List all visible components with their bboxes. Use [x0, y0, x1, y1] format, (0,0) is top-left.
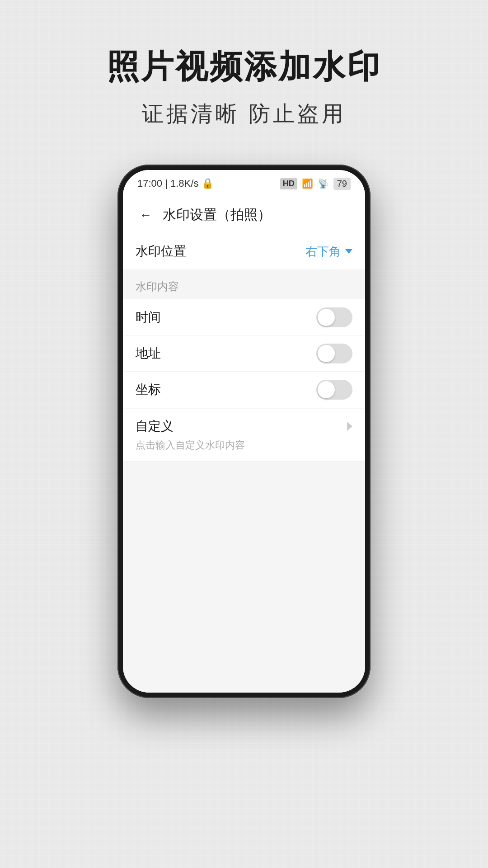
custom-row-top: 自定义 — [136, 418, 352, 435]
section-header-watermark-content: 水印内容 — [123, 270, 365, 299]
app-bar: ← 水印设置（拍照） — [123, 197, 365, 233]
network-speed: 1.8K/s — [170, 178, 198, 189]
watermark-position-value[interactable]: 右下角 — [305, 244, 352, 259]
spacer — [123, 462, 365, 643]
main-title: 照片视频添加水印 — [107, 45, 381, 89]
sub-title: 证据清晰 防止盗用 — [107, 99, 381, 128]
hd-badge: HD — [280, 178, 297, 189]
content-area: 水印位置 右下角 水印内容 时间 — [123, 233, 365, 693]
watermark-position-row[interactable]: 水印位置 右下角 — [123, 233, 365, 269]
wifi-icon: 📡 — [318, 178, 329, 189]
network-icon: 🔒 — [202, 178, 214, 189]
time-toggle-thumb — [318, 309, 335, 326]
status-bar: 17:00 | 1.8K/s 🔒 HD 📶 📡 79 — [123, 170, 365, 197]
settings-group-custom: 自定义 点击输入自定义水印内容 — [123, 409, 365, 462]
address-row: 地址 — [123, 335, 365, 372]
watermark-position-label: 水印位置 — [136, 243, 186, 260]
coordinates-row: 坐标 — [123, 372, 365, 408]
address-toggle[interactable] — [316, 344, 352, 363]
chevron-right-icon — [347, 422, 352, 431]
coordinates-toggle[interactable] — [316, 380, 352, 400]
separator: | — [165, 178, 170, 189]
app-title: 水印设置（拍照） — [163, 206, 271, 224]
watermark-position-text: 右下角 — [305, 244, 341, 259]
custom-row[interactable]: 自定义 点击输入自定义水印内容 — [123, 409, 365, 462]
phone-screen: 17:00 | 1.8K/s 🔒 HD 📶 📡 79 ← 水印设置（拍照） 水 — [123, 170, 365, 693]
status-right: HD 📶 📡 79 — [280, 178, 351, 190]
custom-description: 点击输入自定义水印内容 — [136, 439, 352, 452]
settings-group-position: 水印位置 右下角 — [123, 233, 365, 269]
coordinates-toggle-thumb — [318, 381, 335, 398]
chevron-down-icon — [345, 249, 352, 254]
status-left: 17:00 | 1.8K/s 🔒 — [137, 178, 214, 189]
phone-container: 17:00 | 1.8K/s 🔒 HD 📶 📡 79 ← 水印设置（拍照） 水 — [117, 165, 371, 698]
coordinates-label: 坐标 — [136, 381, 161, 398]
time-label: 时间 — [136, 309, 161, 326]
time-toggle[interactable] — [316, 307, 352, 327]
settings-group-toggles: 时间 地址 坐标 — [123, 299, 365, 408]
time-display: 17:00 — [137, 178, 162, 189]
time-row: 时间 — [123, 299, 365, 335]
address-toggle-thumb — [318, 345, 335, 362]
back-button[interactable]: ← — [136, 204, 155, 226]
custom-label: 自定义 — [136, 418, 174, 435]
header-section: 照片视频添加水印 证据清晰 防止盗用 — [107, 45, 381, 128]
signal-icon: 📶 — [302, 178, 313, 189]
address-label: 地址 — [136, 345, 161, 362]
section-header-text: 水印内容 — [136, 280, 179, 292]
battery-icon: 79 — [333, 178, 351, 190]
